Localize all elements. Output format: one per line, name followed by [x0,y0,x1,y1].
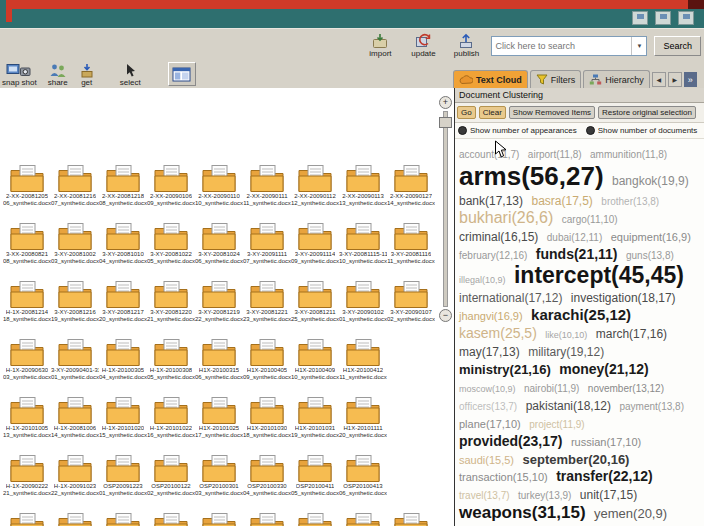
cloud-word[interactable]: november(13,12) [588,383,664,394]
cloud-word[interactable]: bukhari(26,6) [459,209,553,226]
document-item[interactable]: 2-XX-2009010609_synthetic.docx [147,164,195,222]
tab-hierarchy[interactable]: Hierarchy [583,70,650,88]
cloud-word[interactable]: jhangvi(16,9) [459,310,523,322]
document-item[interactable] [339,512,387,526]
document-item[interactable]: H1X-2010111120_synthetic.docx [339,396,387,454]
document-item[interactable]: 2-XX-2009011010_synthetic.docx [195,164,243,222]
document-item[interactable]: H1X-2010103018_synthetic.docx [243,396,291,454]
document-item[interactable]: H-1X-2010030504_synthetic.docx [99,338,147,396]
document-item[interactable]: 3-XX-2008082108_synthetic.docx [3,222,51,280]
document-item[interactable]: OSP2010041306_synthetic.docx [339,454,387,512]
document-item[interactable]: H-1X-2009063003_synthetic.docx [3,338,51,396]
zoom-out-button[interactable]: − [439,309,452,322]
document-item[interactable]: 3-XY-2008121922_synthetic.docx [195,280,243,338]
document-item[interactable]: 3-XY-2009010201_synthetic.docx [339,280,387,338]
document-item[interactable]: H-1X-2010102015_synthetic.docx [99,396,147,454]
share-button[interactable]: share [48,63,68,87]
cloud-word[interactable]: yemen(20,9) [594,506,667,521]
document-item[interactable]: H1X-2010102517_synthetic.docx [195,396,243,454]
document-item[interactable]: H-1X-2010100513_synthetic.docx [3,396,51,454]
document-item[interactable]: OSP2010041105_synthetic.docx [291,454,339,512]
cloud-word[interactable]: kasem(25,5) [459,325,537,341]
document-item[interactable]: H1X-2010040910_synthetic.docx [291,338,339,396]
cloud-word[interactable]: turkey(13,9) [518,490,571,501]
cloud-word[interactable]: russian(17,10) [571,436,641,448]
publish-button[interactable]: publish [448,33,484,58]
document-item[interactable]: H1X-2010103119_synthetic.docx [291,396,339,454]
document-item[interactable]: H-1X-2010102216_synthetic.docx [147,396,195,454]
document-item[interactable] [3,512,51,526]
get-button[interactable]: get [79,63,95,87]
cloud-word[interactable]: february(12,16) [459,250,527,261]
document-item[interactable]: 3-XY-2008121720_synthetic.docx [99,280,147,338]
cloud-word[interactable]: weapons(31,15) [459,503,586,522]
radio-show-documents[interactable]: Show number of documents [586,126,698,135]
document-item[interactable] [291,512,339,526]
cloud-word[interactable]: international(17,12) [459,291,562,305]
cloud-word[interactable]: brother(13,8) [601,196,659,207]
document-item[interactable]: 3-XY-2009010702_synthetic.docx [387,280,435,338]
select-button[interactable]: select [120,63,141,87]
cloud-word[interactable]: account(11,7) [459,149,519,160]
document-item[interactable]: 2-XX-2009011313_synthetic.docx [339,164,387,222]
document-item[interactable]: OSP2010033004_synthetic.docx [243,454,291,512]
window-control-icon[interactable] [632,11,648,25]
window-control-icon[interactable] [678,11,694,25]
go-button[interactable]: Go [457,106,476,119]
document-item[interactable]: H-1X-2009022221_synthetic.docx [3,454,51,512]
cloud-word[interactable]: unit(17,15) [580,488,637,502]
document-item[interactable]: 3-XY-2008111611_synthetic.docx [387,222,435,280]
document-item[interactable]: H-1X-2008100614_synthetic.docx [51,396,99,454]
radio-show-appearances[interactable]: Show number of appearances [458,126,577,135]
cloud-word[interactable]: dubai(12,11) [547,232,602,243]
cloud-word[interactable]: bangkok(19,9) [612,174,689,188]
document-item[interactable]: OSP2009122301_synthetic.docx [99,454,147,512]
show-removed-items-button[interactable]: Show Removed Items [509,106,595,119]
document-item[interactable]: H-1X-2008121418_synthetic.docx [3,280,51,338]
cloud-word[interactable]: arms(56,27) [459,161,604,191]
document-item[interactable]: 3-XY-20090401-3101_synthetic.docx [51,338,99,396]
window-control-icon[interactable] [655,11,671,25]
cloud-word[interactable]: transfer(22,12) [556,468,653,484]
cloud-word[interactable]: airport(11,8) [528,149,582,160]
restore-original-selection-button[interactable]: Restore original selection [598,106,696,119]
cloud-word[interactable]: criminal(16,15) [459,230,538,244]
cloud-word[interactable]: september(20,16) [523,452,630,467]
document-item[interactable]: 3-XY-2008121619_synthetic.docx [51,280,99,338]
cloud-word[interactable]: ammunition(11,8) [590,149,667,160]
document-item[interactable] [147,512,195,526]
document-item[interactable]: 3-XY-20081115-1110_synthetic.docx [339,222,387,280]
update-button[interactable]: update [405,33,441,58]
document-item[interactable]: H-1X-2010030805_synthetic.docx [147,338,195,396]
search-dropdown-icon[interactable]: ▼ [631,37,646,55]
document-item[interactable] [51,512,99,526]
document-item[interactable] [195,512,243,526]
search-input[interactable] [492,39,631,53]
cloud-word[interactable]: basra(17,5) [532,194,593,208]
document-item[interactable]: 2-XX-2009011212_synthetic.docx [291,164,339,222]
document-item[interactable]: 2-XX-2009012714_synthetic.docx [387,164,435,222]
cloud-word[interactable]: investigation(18,17) [571,291,676,305]
cloud-word[interactable]: transaction(15,10) [459,471,548,483]
document-item[interactable]: 3-XY-2008101004_synthetic.docx [99,222,147,280]
layout-view-button[interactable] [168,62,196,86]
document-item[interactable]: 3-XY-2008121125_synthetic.docx [291,280,339,338]
document-item[interactable]: 3-XY-2009111409_synthetic.docx [291,222,339,280]
zoom-in-button[interactable]: + [439,96,452,109]
zoom-track[interactable] [443,111,448,307]
document-item[interactable]: 3-XY-2009111107_synthetic.docx [243,222,291,280]
cloud-word[interactable]: military(19,12) [528,345,604,359]
document-item[interactable]: 2-XX-2008121607_synthetic.docx [51,164,99,222]
tab-scroll-left-icon[interactable]: ◀ [652,72,666,87]
cloud-word[interactable]: march(17,16) [596,327,667,341]
cloud-word[interactable]: may(17,13) [459,345,520,359]
cloud-word[interactable]: moscow(10,9) [459,384,516,394]
tab-filters[interactable]: Filters [530,70,582,88]
document-item[interactable]: 2-XX-2009011111_synthetic.docx [243,164,291,222]
cloud-word[interactable]: nairobi(11,9) [524,383,579,394]
document-item[interactable] [99,512,147,526]
cloud-word[interactable]: travel(13,7) [459,490,510,501]
document-item[interactable]: 3-XY-2008122123_synthetic.docx [243,280,291,338]
cloud-word[interactable]: like(10,10) [545,330,587,340]
tab-text-cloud[interactable]: Text Cloud [453,70,528,88]
